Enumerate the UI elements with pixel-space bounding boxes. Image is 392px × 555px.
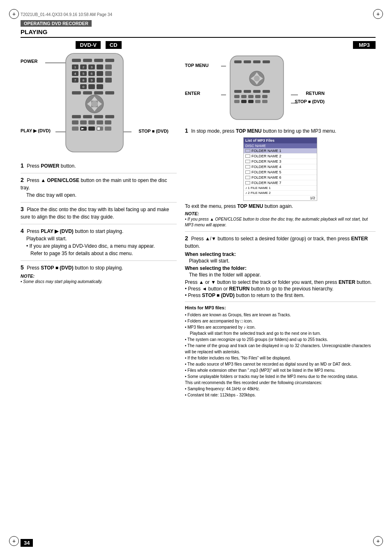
stop-dvd-right-label: STOP ■ (DVD) [295,99,325,104]
step-2-text: Press ▲ OPEN/CLOSE button on the main un… [21,177,167,191]
svg-rect-27 [97,78,103,83]
svg-rect-5 [83,59,92,62]
page-header: T2021UB_01-44.QX33 04.9.16 10:58 AM Page… [21,12,376,17]
mp3-file-1: ♪ 1 FILE NAME 1 [244,186,317,191]
hint-4: • The system can recognize up to 255 gro… [185,336,376,343]
svg-rect-53 [97,120,103,124]
step-1: 1 Press POWER button. [21,162,177,173]
svg-rect-76 [263,90,270,93]
reg-mark-br [373,536,383,546]
left-remote-svg: 1 2 3 4 5 6 [53,51,136,154]
right-step-2-text: Press ▲/▼ buttons to select a desired fo… [185,236,368,249]
svg-rect-54 [105,120,111,124]
right-step-2: 2 Press ▲/▼ buttons to select a desired … [185,235,376,302]
stop-left-label: STOP ■ (DVD) [138,129,168,134]
svg-rect-75 [253,90,261,93]
svg-rect-77 [234,95,240,98]
svg-rect-46 [72,115,81,118]
step-1-text: Press POWER button. [27,163,76,169]
playing-title: PLAYING [21,28,376,38]
svg-rect-11 [97,64,103,69]
svg-rect-37 [83,91,92,94]
svg-rect-31 [105,78,112,83]
svg-text:8: 8 [83,78,85,82]
right-step-1: 1 In stop mode, press TOP MENU button to… [185,127,376,232]
svg-rect-85 [255,100,261,103]
note-text-5: • Some discs may start playing automatic… [21,279,177,285]
svg-rect-66 [263,60,270,63]
step-2-sub: The disc tray will open. [26,191,177,199]
page-container: T2021UB_01-44.QX33 04.9.16 10:58 AM Page… [0,0,392,555]
svg-text:7: 7 [74,78,76,82]
hint-1: • Folders are known as Groups, files are… [185,312,376,318]
hint-3: • MP3 files are accompanied by ♪ icon. [185,324,376,330]
step-2: 2 Press ▲ OPEN/CLOSE button on the main … [21,177,177,203]
svg-rect-65 [253,60,261,63]
note-label-5: NOTE: [21,274,35,279]
svg-rect-55 [72,127,78,131]
right-step-1-content: 1 In stop mode, press TOP MENU button to… [185,127,376,135]
right-step-1-note: NOTE: • If you press ▲ OPEN/CLOSE button… [185,211,376,228]
note-label-r1: NOTE: [185,211,199,216]
hint-11: • Sampling frequency: 44.1kHz or 48kHz. [185,386,376,392]
right-step-1-number: 1 [185,127,188,134]
step-4-bullet-1: • If you are playing a DVD-Video disc, a… [26,242,177,250]
svg-rect-39 [105,91,114,94]
reg-mark-bl [9,536,19,546]
svg-rect-50 [72,120,78,124]
right-remote-svg [224,54,290,122]
mp3-folder-4: FOLDER NAME 4 [244,164,317,170]
svg-rect-86 [262,100,267,103]
step-3: 3 Place the disc onto the disc tray with… [21,206,177,224]
svg-rect-61 [97,127,100,130]
step-4-text: Press PLAY ▶ (DVD) button to start playi… [27,228,123,234]
hint-5: • The name of the group and track can be… [185,343,376,355]
svg-text:5: 5 [83,72,85,76]
svg-rect-36 [72,91,81,94]
hint-7: • The audio source of MP3 files cannot b… [185,361,376,367]
hint-12: • Constant bit rate: 112kbps - 320kbps. [185,392,376,398]
svg-rect-7 [105,59,114,62]
right-remote-area: TOP MENU ENTER RETURN STOP ■ (DVD) [185,54,325,126]
dvd-cd-banner: DVD-V CD [21,41,177,49]
svg-rect-79 [248,95,254,98]
right-step-2-number: 2 [185,235,188,242]
svg-rect-15 [105,64,112,69]
svg-rect-34 [88,84,95,89]
svg-text:3: 3 [91,65,93,69]
main-content: DVD-V CD POWER PLAY ▶ (DVD) STOP ■ (DVD) [21,41,376,398]
mp3-folder-6: FOLDER NAME 6 [244,175,317,180]
return-label: RETURN [306,91,325,96]
svg-rect-23 [105,71,112,76]
hint-6: • If the folder includes no files, "No F… [185,355,376,361]
svg-rect-51 [80,120,87,124]
svg-rect-47 [83,115,92,118]
mp3-folder-1: FOLDER NAME 1 [244,148,317,154]
mp3-menu-page: 1/2 [244,196,317,200]
mp3-file-2: ♪ 2 FILE NAME 2 [244,191,317,196]
mp3-badge: MP3 [353,41,376,49]
section-title: OPERATING DVD RECORDER [21,20,92,27]
hint-8: • Files whole extension other than ".mp3… [185,367,376,373]
svg-rect-48 [94,115,103,118]
svg-text:9: 9 [91,78,93,82]
mp3-folder-2: FOLDER NAME 2 [244,154,317,159]
svg-rect-59 [105,127,111,131]
mp3-banner-container: MP3 [185,41,376,51]
right-column: MP3 TOP MENU ENTER RETURN STOP ■ (DVD) [185,41,376,398]
note-text-r1: • If you press ▲ OPEN/CLOSE button to cl… [185,216,376,228]
hint-3-sub: Playback will start from the selected tr… [190,330,376,336]
svg-rect-6 [94,59,103,62]
svg-point-72 [254,76,260,81]
sub-bullet-3: • Press STOP ■ (DVD) button to return to… [185,292,376,298]
step-4-sub: Playback will start. [26,235,177,242]
cd-badge: CD [106,41,122,49]
svg-text:0: 0 [83,85,85,89]
left-column: DVD-V CD POWER PLAY ▶ (DVD) STOP ■ (DVD) [21,41,177,398]
step-5-note: NOTE: • Some discs may start playing aut… [21,273,177,285]
step-1-number: 1 [21,162,24,169]
step-4-number: 4 [21,228,24,234]
when-folder-label: When selecting the folder: [185,265,376,271]
hints-section: Hints for MP3 files: • Folders are known… [185,305,376,398]
svg-text:2: 2 [83,65,85,69]
